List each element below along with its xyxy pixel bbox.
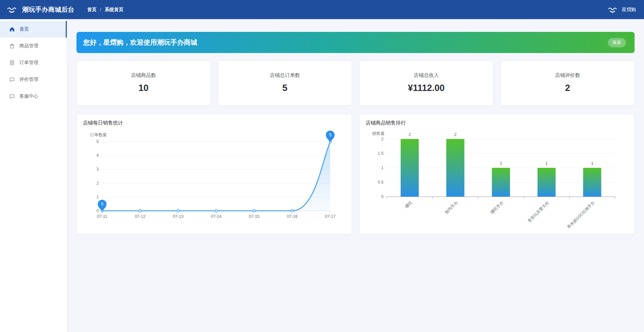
- stat-card-orders: 店铺总订单数 5: [218, 61, 352, 106]
- y-axis: 00.511.52: [378, 137, 383, 199]
- svg-text:5: 5: [329, 133, 331, 137]
- stat-label: 店铺总收入: [360, 72, 493, 79]
- svg-text:07-16: 07-16: [287, 214, 298, 219]
- svg-text:07-14: 07-14: [211, 214, 222, 219]
- stat-card-revenue: 店铺总收入 ¥1112.00: [359, 61, 493, 106]
- stat-card-reviews: 店铺评价数 2: [501, 61, 635, 106]
- chart-title: 店铺每日销售统计: [83, 120, 345, 126]
- stats-row: 店铺商品数 10 店铺总订单数 5 店铺总收入 ¥1112.00 店铺评价数 2: [76, 61, 635, 106]
- breadcrumb-separator: /: [100, 7, 101, 12]
- category-label: 蒂米妮GSC比例手办: [566, 200, 596, 228]
- series-line: [102, 142, 330, 211]
- x-axis: 哪吒敖丙手办哪吒手办变形玩具擎天柱蒂米妮GSC比例手办: [387, 197, 615, 228]
- sidebar-item-support[interactable]: 客服中心: [0, 88, 67, 105]
- svg-text:5: 5: [97, 139, 99, 144]
- bar: [401, 139, 419, 197]
- product-ranking-card: 店铺商品销售排行 00.511.52销售量22111哪吒敖丙手办哪吒手办变形玩具…: [359, 114, 635, 234]
- stat-label: 店铺评价数: [501, 72, 635, 79]
- chart-title: 店铺商品销售排行: [366, 120, 628, 126]
- top-navbar: 潮玩手办商城后台 首页 / 系统首页 星熠购: [0, 0, 644, 19]
- svg-text:07-13: 07-13: [173, 214, 183, 219]
- sidebar-item-reviews[interactable]: 评价管理: [0, 71, 67, 88]
- bar-value-label: 2: [454, 132, 457, 137]
- app-title: 潮玩手办商城后台: [22, 5, 74, 14]
- y-axis-name: 订单数量: [90, 133, 107, 137]
- username: 星熠购: [622, 7, 636, 13]
- svg-text:07-12: 07-12: [135, 214, 146, 219]
- document-icon: [9, 60, 15, 66]
- svg-text:2: 2: [97, 181, 99, 186]
- series-area: [102, 142, 330, 211]
- category-label: 哪吒: [404, 200, 414, 209]
- category-label: 哪吒手办: [490, 200, 505, 215]
- stat-label: 店铺商品数: [77, 72, 210, 79]
- bar-value-label: 2: [409, 132, 411, 137]
- sidebar-item-label: 客服中心: [19, 93, 38, 99]
- svg-text:2: 2: [381, 137, 384, 141]
- bar: [583, 168, 601, 197]
- role-badge: 商家: [608, 38, 626, 47]
- main-content: 您好，星熠购，欢迎使用潮玩手办商城 商家 店铺商品数 10 店铺总订单数 5 店…: [67, 19, 644, 332]
- daily-sales-card: 店铺每日销售统计 07-1107-1207-1307-1407-1507-160…: [76, 114, 352, 234]
- markers: [101, 141, 331, 212]
- sidebar-item-home[interactable]: 首页: [0, 21, 67, 38]
- svg-text:0: 0: [381, 194, 384, 199]
- bar-value-label: 1: [545, 161, 548, 166]
- user-menu[interactable]: 星熠购: [606, 4, 636, 16]
- home-icon: [9, 26, 15, 32]
- app-logo-icon: [5, 3, 18, 16]
- svg-text:07-17: 07-17: [325, 214, 336, 219]
- breadcrumb-current[interactable]: 系统首页: [105, 7, 123, 13]
- sidebar-item-label: 商品管理: [19, 43, 38, 49]
- stat-value: ¥1112.00: [360, 83, 493, 93]
- bars: 22111: [401, 132, 601, 197]
- welcome-text: 您好，星熠购，欢迎使用潮玩手办商城: [83, 38, 197, 47]
- stat-value: 5: [218, 83, 352, 93]
- svg-text:3: 3: [97, 167, 99, 172]
- stat-value: 2: [501, 83, 635, 93]
- svg-text:4: 4: [97, 153, 99, 158]
- stat-card-products: 店铺商品数 10: [76, 61, 211, 106]
- daily-sales-line-chart: 07-1107-1207-1307-1407-1507-1607-1701234…: [83, 128, 345, 228]
- sidebar: 首页 商品管理 订单管理: [0, 19, 67, 332]
- bar: [492, 168, 510, 197]
- bar: [446, 139, 465, 197]
- sidebar-item-label: 订单管理: [19, 60, 38, 66]
- svg-text:0: 0: [97, 208, 99, 213]
- category-label: 变形玩具擎天柱: [527, 200, 550, 223]
- navbar-left: 潮玩手办商城后台 首页 / 系统首页: [5, 3, 123, 16]
- chat-icon: [9, 93, 15, 99]
- grid: [102, 142, 330, 197]
- svg-text:07-11: 07-11: [97, 214, 107, 219]
- svg-text:1: 1: [97, 195, 99, 199]
- svg-text:1: 1: [381, 165, 384, 170]
- sidebar-item-orders[interactable]: 订单管理: [0, 54, 67, 71]
- stat-label: 店铺总订单数: [218, 72, 352, 79]
- user-avatar-icon: [606, 4, 619, 16]
- sidebar-item-label: 评价管理: [19, 77, 38, 83]
- bar: [538, 168, 556, 197]
- svg-text:07-15: 07-15: [249, 214, 260, 219]
- charts-row: 店铺每日销售统计 07-1107-1207-1307-1407-1507-160…: [76, 114, 635, 234]
- mark-point-pin: 0: [98, 200, 107, 211]
- bar-value-label: 1: [500, 161, 502, 166]
- breadcrumb: 首页 / 系统首页: [87, 7, 123, 13]
- sidebar-item-products[interactable]: 商品管理: [0, 38, 67, 54]
- mark-point-pin: 5: [326, 131, 335, 142]
- breadcrumb-home[interactable]: 首页: [87, 7, 97, 13]
- bar-value-label: 1: [591, 161, 593, 166]
- welcome-banner: 您好，星熠购，欢迎使用潮玩手办商城 商家: [76, 32, 635, 53]
- product-sales-bar-chart: 00.511.52销售量22111哪吒敖丙手办哪吒手办变形玩具擎天柱蒂米妮GSC…: [366, 128, 628, 228]
- category-label: 敖丙手办: [444, 200, 459, 215]
- svg-text:0: 0: [101, 202, 103, 206]
- svg-text:0.5: 0.5: [378, 180, 383, 185]
- sidebar-item-label: 首页: [19, 26, 29, 32]
- bag-icon: [9, 43, 15, 49]
- svg-text:1.5: 1.5: [378, 151, 383, 156]
- y-axis-name: 销售量: [372, 131, 385, 136]
- stat-value: 10: [77, 83, 210, 93]
- comment-icon: [9, 77, 15, 83]
